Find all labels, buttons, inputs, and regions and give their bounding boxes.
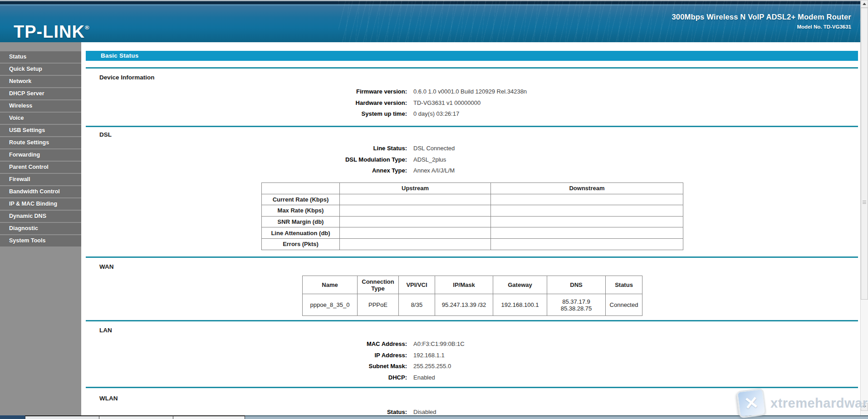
- table-cell: [340, 227, 491, 239]
- scrollbar-grip-icon: [863, 201, 866, 204]
- field-value: Annex A/I/J/L/M: [413, 165, 455, 177]
- divider-line: [86, 67, 858, 69]
- table-cell: Errors (Pkts): [262, 238, 340, 250]
- section-heading-wan: WAN: [99, 263, 114, 270]
- header-product-info: 300Mbps Wireless N VoIP ADSL2+ Modem Rou…: [672, 13, 851, 30]
- sidebar-item-dhcp-server[interactable]: DHCP Server: [0, 88, 81, 99]
- field-label: MAC Address:: [81, 339, 407, 350]
- vertical-scrollbar[interactable]: [860, 0, 868, 419]
- field-value: ADSL_2plus: [413, 154, 446, 166]
- sidebar-item-firewall[interactable]: Firewall: [0, 174, 81, 185]
- section-heading-wlan: WLAN: [99, 395, 118, 402]
- field-label: IP Address:: [81, 350, 407, 361]
- table-cell: [491, 238, 683, 250]
- table-row: Current Rate (Kbps): [262, 194, 683, 205]
- info-row: Line Status:DSL Connected: [81, 143, 860, 154]
- field-value: 0 day(s) 03:26:17: [413, 108, 459, 120]
- divider-line: [86, 126, 858, 127]
- info-row: IP Address:192.168.1.1: [81, 350, 860, 361]
- dsl-rows: Line Status:DSL ConnectedDSL Modulation …: [81, 143, 860, 177]
- section-heading-device-information: Device Information: [99, 74, 155, 81]
- table-header-cell: Status: [606, 276, 642, 294]
- sidebar-item-status[interactable]: Status: [0, 51, 81, 63]
- sidebar-item-quick-setup[interactable]: Quick Setup: [0, 64, 81, 75]
- field-label: Annex Type:: [81, 165, 407, 177]
- x-icon: ✕: [738, 389, 765, 417]
- scroll-up-arrow-icon: [863, 3, 866, 5]
- sidebar-nav: StatusQuick SetupNetworkDHCP ServerWirel…: [0, 42, 81, 419]
- info-row: Annex Type:Annex A/I/J/L/M: [81, 165, 860, 177]
- sidebar-item-voice[interactable]: Voice: [0, 113, 81, 124]
- field-value: 255.255.255.0: [413, 361, 451, 372]
- main-content: Basic Status Device Information Firmware…: [81, 42, 860, 419]
- info-row: Firmware version:0.6.0 1.0 v0001.0 Build…: [81, 86, 860, 98]
- table-cell: 85.37.17.9 85.38.28.75: [547, 294, 606, 316]
- field-value: TD-VG3631 v1 00000000: [413, 98, 481, 109]
- bottom-strip-segment: [173, 415, 245, 419]
- sidebar-item-diagnostic[interactable]: Diagnostic: [0, 223, 81, 234]
- divider-line: [86, 256, 858, 258]
- table-cell: [340, 216, 491, 227]
- app-header: TP-LINK® 300Mbps Wireless N VoIP ADSL2+ …: [0, 0, 860, 42]
- field-value: Enabled: [413, 372, 435, 384]
- field-label: DSL Modulation Type:: [81, 154, 407, 166]
- table-cell: Connected: [606, 294, 642, 316]
- sidebar-item-dynamic-dns[interactable]: Dynamic DNS: [0, 211, 81, 222]
- page-title: Basic Status: [101, 52, 138, 59]
- scrollbar-up-button[interactable]: [861, 0, 868, 8]
- divider-line: [86, 320, 858, 321]
- sidebar-item-usb-settings[interactable]: USB Settings: [0, 125, 81, 136]
- table-cell: [340, 205, 491, 217]
- field-label: Firmware version:: [81, 86, 407, 98]
- field-value: 192.168.1.1: [413, 350, 445, 361]
- page-title-bar: Basic Status: [86, 51, 858, 61]
- table-row: SNR Margin (db): [262, 216, 683, 227]
- table-row: Errors (Pkts): [262, 238, 683, 250]
- field-label: DHCP:: [81, 372, 407, 384]
- sidebar-item-ip-mac-binding[interactable]: IP & MAC Binding: [0, 198, 81, 210]
- table-header-cell: VPI/VCI: [399, 276, 435, 294]
- sidebar-item-system-tools[interactable]: System Tools: [0, 235, 81, 246]
- dsl-rates-table: UpstreamDownstreamCurrent Rate (Kbps)Max…: [261, 182, 683, 250]
- info-row: System up time:0 day(s) 03:26:17: [81, 108, 860, 120]
- lan-rows: MAC Address:A0:F3:C1:99:0B:1CIP Address:…: [81, 339, 860, 383]
- table-header-cell: [262, 183, 340, 194]
- sidebar-item-network[interactable]: Network: [0, 76, 81, 87]
- table-header-cell: Connection Type: [358, 276, 399, 294]
- bottom-strip-segment: [0, 415, 25, 419]
- sidebar-item-parent-control[interactable]: Parent Control: [0, 162, 81, 173]
- table-cell: PPPoE: [358, 294, 399, 316]
- wan-connections-table: NameConnection TypeVPI/VCIIP/MaskGateway…: [302, 276, 642, 316]
- info-row: Subnet Mask:255.255.255.0: [81, 361, 860, 372]
- table-cell: pppoe_8_35_0: [303, 294, 358, 316]
- field-label: Subnet Mask:: [81, 361, 407, 372]
- model-number: Model No. TD-VG3631: [672, 24, 851, 30]
- table-cell: [340, 238, 491, 250]
- field-value: DSL Connected: [413, 143, 455, 154]
- table-header-cell: DNS: [547, 276, 606, 294]
- info-row: MAC Address:A0:F3:C1:99:0B:1C: [81, 339, 860, 350]
- table-cell: 8/35: [399, 294, 435, 316]
- table-cell: [491, 227, 683, 239]
- device-info-rows: Firmware version:0.6.0 1.0 v0001.0 Build…: [81, 86, 860, 120]
- table-cell: [491, 216, 683, 227]
- section-heading-dsl: DSL: [99, 131, 112, 138]
- table-cell: [491, 194, 683, 205]
- sidebar-menu: StatusQuick SetupNetworkDHCP ServerWirel…: [0, 51, 81, 247]
- info-row: DHCP:Enabled: [81, 372, 860, 384]
- sidebar-item-route-settings[interactable]: Route Settings: [0, 137, 81, 148]
- table-header-cell: Upstream: [340, 183, 491, 194]
- field-value: 0.6.0 1.0 v0001.0 Build 120929 Rel.34238…: [413, 86, 527, 98]
- watermark-text: xtremehardware.com: [770, 396, 868, 411]
- table-cell: Current Rate (Kbps): [262, 194, 340, 205]
- sidebar-item-wireless[interactable]: Wireless: [0, 100, 81, 112]
- table-header-cell: Gateway: [493, 276, 547, 294]
- table-row: Max Rate (Kbps): [262, 205, 683, 217]
- sidebar-item-forwarding[interactable]: Forwarding: [0, 149, 81, 161]
- sidebar-item-bandwidth-control[interactable]: Bandwidth Control: [0, 186, 81, 197]
- xtremehardware-watermark: ✕ xtremehardware.com: [738, 389, 868, 417]
- field-label: Hardware version:: [81, 98, 407, 109]
- product-title: 300Mbps Wireless N VoIP ADSL2+ Modem Rou…: [672, 13, 851, 21]
- table-cell: Max Rate (Kbps): [262, 205, 340, 217]
- scrollbar-thumb[interactable]: [861, 8, 868, 300]
